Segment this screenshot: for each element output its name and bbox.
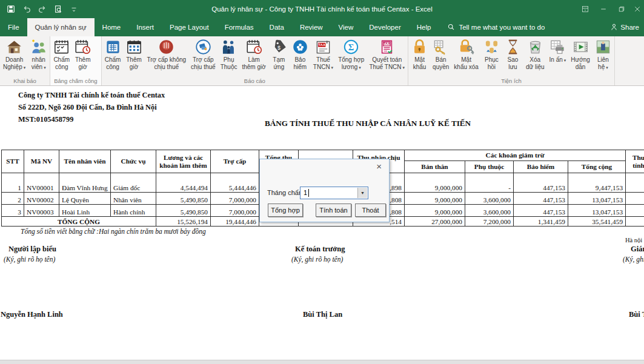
tab-page-layout[interactable]: Page Layout <box>162 18 217 36</box>
cell[interactable]: Giám đốc <box>111 173 156 193</box>
cell[interactable]: NV00001 <box>24 173 59 193</box>
taxable-allowance-button[interactable]: Trợ cấpchịu thuế <box>188 37 218 71</box>
header-cell[interactable]: Trợ cấp <box>211 150 259 173</box>
tab-insert[interactable]: Insert <box>128 18 162 36</box>
month-combobox[interactable]: 1 ▼ <box>300 187 368 199</box>
header-cell-group[interactable]: Các khoản giảm trừ <box>405 150 626 161</box>
cell[interactable]: Hành chính <box>111 205 156 217</box>
cell[interactable]: 447,153 <box>514 193 568 205</box>
cell[interactable]: 7,000,000 <box>211 193 259 205</box>
cell[interactable]: 3 <box>2 205 24 217</box>
cell[interactable]: Đàm Vĩnh Hưng <box>59 173 111 193</box>
cell[interactable] <box>626 193 644 205</box>
header-cell[interactable]: Bản thân <box>405 161 465 173</box>
overtime-calendar-button[interactable]: Thêmgiờ <box>72 37 93 71</box>
total-cell[interactable]: 7,200,000 <box>465 217 514 227</box>
header-cell[interactable]: Tên nhân viên <box>59 150 111 173</box>
header-cell[interactable]: STT <box>2 150 24 173</box>
backup-hourglass-button[interactable]: Saolưu <box>502 37 523 71</box>
cell[interactable]: 4,544,494 <box>156 173 211 193</box>
minimize-icon[interactable] <box>594 0 612 18</box>
cell[interactable]: NV00003 <box>24 205 59 217</box>
header-cell[interactable]: Thu tính <box>626 150 644 173</box>
cell[interactable]: 5,490,850 <box>156 193 211 205</box>
header-cell[interactable]: Mã NV <box>24 150 59 173</box>
header-cell[interactable]: Bảo hiểm <box>514 161 568 173</box>
building-button[interactable]: DoanhNghiệp▾ <box>1 37 28 71</box>
cell[interactable]: 447,153 <box>514 173 568 193</box>
cell[interactable]: 5,490,850 <box>156 205 211 217</box>
cell[interactable]: 13,047,153 <box>568 193 626 205</box>
overtime-report-button[interactable]: Làmthêm giờ <box>239 37 268 71</box>
horizontal-scrollbar[interactable] <box>0 360 644 364</box>
report-calendar-button[interactable]: Chấmcông <box>102 37 124 71</box>
delete-data-button[interactable]: Xóadữ liệu <box>523 37 547 71</box>
tab-formulas[interactable]: Formulas <box>217 18 262 36</box>
employees-button[interactable]: nhânviên▾ <box>28 37 49 71</box>
license-key-button[interactable]: Bánquyền <box>430 37 451 71</box>
cell[interactable]: 13,047,153 <box>568 205 626 217</box>
total-label-cell[interactable]: TỔNG CỘNG <box>2 217 156 227</box>
cell[interactable]: 2 <box>2 193 24 205</box>
total-cell[interactable]: 15,526,194 <box>156 217 211 227</box>
cell[interactable]: 9,000,000 <box>405 193 465 205</box>
guide-video-button[interactable]: Hướngdẫn <box>568 37 593 71</box>
close-icon[interactable] <box>631 0 644 18</box>
ribbon-display-options-icon[interactable] <box>576 0 594 18</box>
cell[interactable]: 7,000,000 <box>211 205 259 217</box>
report-overtime-button[interactable]: Thêmgiờ <box>124 37 145 71</box>
chevron-down-icon[interactable]: ▼ <box>357 188 367 198</box>
cell[interactable]: Hoài Linh <box>59 205 111 217</box>
tab-view[interactable]: View <box>331 18 362 36</box>
redo-icon[interactable] <box>38 4 47 14</box>
print-button[interactable]: In ấn▾ <box>547 37 569 64</box>
cell[interactable]: Nhân viên <box>111 193 156 205</box>
close-icon[interactable]: × <box>376 162 382 171</box>
cell[interactable]: 447,153 <box>514 205 568 217</box>
restore-icon[interactable] <box>612 0 631 18</box>
tab-review[interactable]: Review <box>292 18 331 36</box>
qat-more-icon[interactable] <box>69 4 79 14</box>
header-cell[interactable]: Phụ thuộc <box>465 161 514 173</box>
total-cell[interactable]: 19,444,446 <box>211 217 259 227</box>
total-cell[interactable] <box>626 217 644 227</box>
cell[interactable]: 5,444,446 <box>211 173 259 193</box>
tell-me-box[interactable]: Tell me what you want to do <box>447 18 545 36</box>
tab-data[interactable]: Data <box>262 18 292 36</box>
total-cell[interactable]: 27,000,000 <box>405 217 465 227</box>
cell[interactable]: 9,000,000 <box>405 205 465 217</box>
save-icon[interactable] <box>6 4 16 14</box>
delete-password-button[interactable]: Mặtkhẩu xóa <box>451 37 481 71</box>
cell[interactable] <box>626 205 644 217</box>
thoat-button[interactable]: Thoát <box>355 204 386 217</box>
tab-developer[interactable]: Developer <box>361 18 408 36</box>
cell[interactable]: Lệ Quyên <box>59 193 111 205</box>
nontaxable-allowance-button[interactable]: Trợ cấp khôngchịu thuế <box>145 37 189 71</box>
restore-button[interactable]: Phụchồi <box>481 37 502 71</box>
dependents-button[interactable]: PhụThuộc <box>218 37 240 71</box>
insurance-button[interactable]: Bảohiểm <box>290 37 311 71</box>
share-button[interactable]: Share <box>606 18 643 36</box>
contact-photo-button[interactable]: Liênhệ▾ <box>593 37 614 71</box>
header-cell[interactable]: Tổng cộng <box>568 161 626 173</box>
total-cell[interactable]: 1,341,459 <box>514 217 568 227</box>
undo-icon[interactable] <box>22 4 32 14</box>
cell[interactable]: 3,600,000 <box>465 205 514 217</box>
tax-settlement-button[interactable]: TAXQuyết toánThuế TNCN▾ <box>367 37 407 71</box>
tab-home[interactable]: Home <box>95 18 129 36</box>
advance-tag-button[interactable]: $Tạmứng <box>268 37 290 71</box>
cell[interactable]: 3,600,000 <box>465 193 514 205</box>
cell[interactable]: - <box>465 173 514 193</box>
cell[interactable]: 9,000,000 <box>405 173 465 193</box>
header-cell[interactable]: Lương và các khoản làm thêm <box>156 150 211 173</box>
tax-calendar-button[interactable]: TAXThuếTNCN▾ <box>311 37 336 71</box>
tab-file[interactable]: File <box>0 18 27 36</box>
password-lock-button[interactable]: Mặtkhẩu <box>409 37 430 71</box>
header-cell[interactable]: Chức vụ <box>111 150 156 173</box>
cell[interactable] <box>626 173 644 193</box>
total-cell[interactable]: 35,541,459 <box>568 217 626 227</box>
timesheet-calendar-button[interactable]: Chấmcông <box>51 37 72 71</box>
tinh-toan-button[interactable]: Tính toán <box>316 204 351 217</box>
print-preview-icon[interactable] <box>53 4 63 14</box>
cell[interactable]: 9,447,153 <box>568 173 626 193</box>
